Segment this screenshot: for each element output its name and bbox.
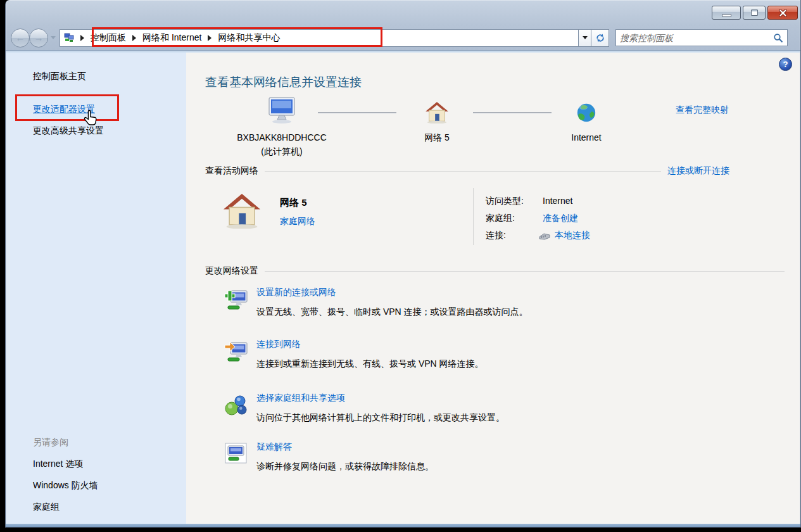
breadcrumb-control-panel[interactable]: 控制面板 [91,32,126,44]
map-computer-node[interactable] [251,96,312,126]
maximize-icon [751,10,758,16]
breadcrumb-separator-icon [80,35,84,41]
change-settings-header: 更改网络设置 [205,265,258,277]
map-connector-line [318,112,396,113]
task-connect-to-network[interactable]: 连接到网络 连接到或重新连接到无线、有线、拨号或 VPN 网络连接。 [224,339,484,370]
map-internet-label: Internet [555,132,618,142]
search-box[interactable] [615,29,788,46]
map-internet-node[interactable] [576,102,597,125]
breadcrumb-separator-icon [208,35,211,41]
minimize-icon [722,14,731,17]
ethernet-icon [538,232,551,240]
see-also-header: 另请参阅 [33,437,68,448]
local-area-connection-link[interactable]: 本地连接 [555,230,590,241]
sidebar-item-internet-options[interactable]: Internet 选项 [33,459,83,470]
network-sharing-center-icon [64,33,74,43]
globe-icon [576,102,597,124]
navigation-bar: ← → 控制面板 网络和 Internet 网络和共享中心 [6,25,800,51]
troubleshoot-link[interactable]: 疑难解答 [256,441,292,452]
house-icon [222,192,262,229]
address-bar[interactable]: 控制面板 网络和 Internet 网络和共享中心 [60,29,579,47]
setup-new-connection-link[interactable]: 设置新的连接或网络 [256,287,336,297]
map-network-label: 网络 5 [405,132,469,144]
page-title: 查看基本网络信息并设置连接 [205,74,362,91]
section-divider [265,171,661,172]
connections-label: 连接: [486,230,506,241]
chevron-down-icon [583,36,588,39]
maximize-button[interactable] [743,6,766,20]
active-network-name: 网络 5 [280,197,307,209]
view-full-map-link[interactable]: 查看完整映射 [676,104,729,116]
breadcrumb-separator-icon [132,35,136,41]
forward-arrow-icon: → [34,32,44,43]
task-choose-homegroup[interactable]: 选择家庭组和共享选项 访问位于其他网络计算机上的文件和打印机，或更改共享设置。 [224,393,505,424]
connect-network-icon [224,339,248,363]
map-network-node[interactable] [425,101,449,125]
breadcrumb-network-sharing-center[interactable]: 网络和共享中心 [218,32,280,44]
active-networks-header-row: 查看活动网络 连接或断开连接 [205,165,729,177]
homegroup-label: 家庭组: [486,213,515,224]
back-arrow-icon: ← [16,32,25,43]
search-input[interactable] [620,33,773,43]
minimize-button[interactable] [712,6,741,20]
forward-button[interactable]: → [29,28,48,48]
choose-homegroup-link[interactable]: 选择家庭组和共享选项 [256,393,345,403]
homegroup-ready-link[interactable]: 准备创建 [543,213,578,224]
connect-to-network-desc: 连接到或重新连接到无线、有线、拨号或 VPN 网络连接。 [256,358,484,370]
recent-pages-chevron-icon[interactable] [51,36,56,39]
troubleshoot-desc: 诊断并修复网络问题，或获得故障排除信息。 [256,461,434,472]
section-divider [265,271,785,272]
help-button[interactable]: ? [779,58,792,71]
title-bar[interactable] [6,0,800,25]
change-settings-header-row: 更改网络设置 [205,265,791,277]
connect-to-network-link[interactable]: 连接到网络 [256,339,301,349]
task-troubleshoot[interactable]: 疑难解答 诊断并修复网络问题，或获得故障排除信息。 [224,441,434,472]
breadcrumb-network-internet[interactable]: 网络和 Internet [142,32,201,44]
active-networks-header: 查看活动网络 [205,165,258,177]
computer-icon [267,96,297,124]
sidebar-item-homegroup[interactable]: 家庭组 [33,502,60,513]
sidebar-item-change-advanced-sharing[interactable]: 更改高级共享设置 [33,125,104,137]
access-type-value: Internet [543,196,572,206]
map-computer-name: BXBJAKK8HDDHCCC [223,132,341,142]
new-connection-icon [224,287,248,311]
refresh-button[interactable] [591,29,609,47]
map-connector-line [473,112,552,113]
setup-new-connection-desc: 设置无线、宽带、拨号、临时或 VPN 连接；或设置路由器或访问点。 [256,307,528,318]
sidebar-item-windows-firewall[interactable]: Windows 防火墙 [33,480,98,491]
refresh-icon [595,33,605,43]
house-icon [425,101,449,124]
window-bottom-edge [6,524,800,527]
search-icon [773,33,783,43]
close-button[interactable] [767,6,798,20]
close-icon [779,9,787,17]
network-type-link[interactable]: 家庭网络 [280,216,315,227]
access-type-label: 访问类型: [486,196,524,207]
task-setup-new-connection[interactable]: 设置新的连接或网络 设置无线、宽带、拨号、临时或 VPN 连接；或设置路由器或访… [224,287,528,318]
main-content: ? 查看基本网络信息并设置连接 BXBJAKK8HDDHCCC (此计算机) [186,53,800,524]
sidebar-item-change-adapter-settings[interactable]: 更改适配器设置 [33,104,95,115]
explorer-window: ← → 控制面板 网络和 Internet 网络和共享中心 [5,0,801,528]
troubleshoot-icon [224,441,248,466]
active-network-icon-wrap [222,192,262,231]
back-button[interactable]: ← [11,28,30,48]
question-mark-icon: ? [783,60,788,69]
active-network-divider [473,188,474,245]
connect-disconnect-link[interactable]: 连接或断开连接 [667,165,729,177]
sidebar: 控制面板主页 更改适配器设置 更改高级共享设置 另请参阅 Internet 选项… [6,53,186,524]
sidebar-item-control-panel-home[interactable]: 控制面板主页 [33,71,86,82]
choose-homegroup-desc: 访问位于其他网络计算机上的文件和打印机，或更改共享设置。 [256,412,505,424]
homegroup-icon [224,393,248,417]
address-dropdown-button[interactable] [579,29,591,47]
map-computer-sub: (此计算机) [223,146,341,158]
